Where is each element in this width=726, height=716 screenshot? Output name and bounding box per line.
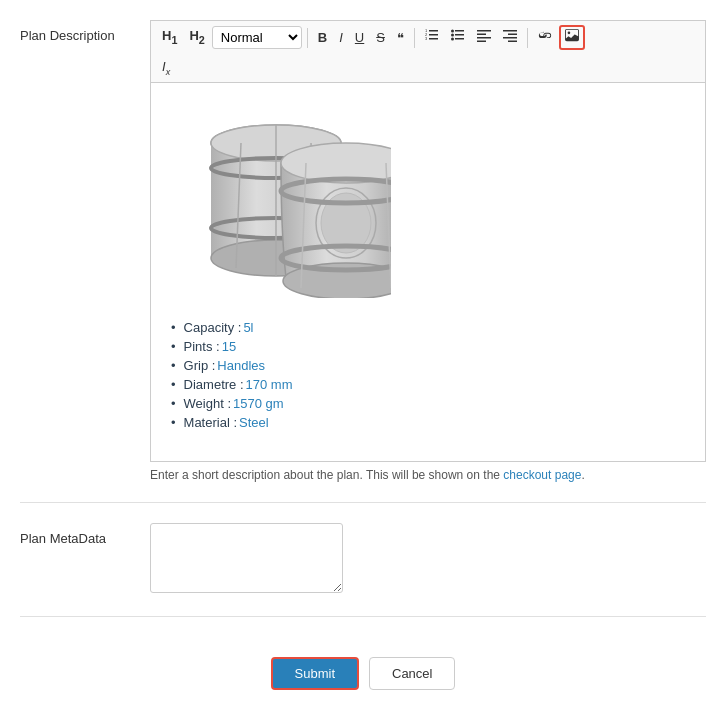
svg-rect-2 — [429, 38, 438, 40]
plan-metadata-label: Plan MetaData — [20, 523, 150, 546]
ordered-list-button[interactable]: 123 — [420, 26, 444, 49]
underline-button[interactable]: U — [350, 27, 369, 49]
toolbar-divider-3 — [527, 28, 528, 48]
svg-rect-16 — [503, 30, 517, 32]
hint-text: Enter a short description about the plan… — [150, 468, 706, 482]
barrel-image — [171, 98, 391, 298]
spec-item-weight: Weight : 1570 gm — [171, 394, 685, 413]
quote-button[interactable]: ❝ — [392, 27, 409, 49]
svg-rect-0 — [429, 30, 438, 32]
format-select[interactable]: Normal Heading 1 Heading 2 Heading 3 — [212, 26, 302, 49]
svg-rect-11 — [455, 38, 464, 40]
bold-button[interactable]: B — [313, 27, 332, 49]
spec-item-capacity: Capacity : 5l — [171, 318, 685, 337]
svg-rect-15 — [477, 41, 486, 43]
editor-toolbar-row2: Ix — [150, 54, 706, 82]
link-button[interactable] — [533, 26, 557, 49]
plan-metadata-section: Plan MetaData — [20, 523, 706, 617]
button-row: Submit Cancel — [20, 647, 706, 690]
cancel-button[interactable]: Cancel — [369, 657, 455, 690]
h1-button[interactable]: H1 — [157, 25, 182, 50]
barrel-image-container — [171, 98, 685, 298]
spec-item-diametre: Diametre : 170 mm — [171, 375, 685, 394]
strikethrough-button[interactable]: S — [371, 27, 390, 49]
italic-button[interactable]: I — [334, 27, 348, 49]
svg-text:3: 3 — [425, 36, 428, 41]
align-left-button[interactable] — [472, 26, 496, 49]
editor-body[interactable]: Capacity : 5l Pints : 15 Grip : Handles … — [150, 82, 706, 462]
svg-rect-12 — [477, 30, 491, 32]
spec-item-pints: Pints : 15 — [171, 337, 685, 356]
align-right-button[interactable] — [498, 26, 522, 49]
plan-description-section: Plan Description H1 H2 Normal Heading 1 … — [20, 20, 706, 503]
svg-rect-14 — [477, 37, 491, 39]
spec-item-grip: Grip : Handles — [171, 356, 685, 375]
plan-metadata-content — [150, 523, 706, 596]
unordered-list-button[interactable] — [446, 26, 470, 49]
plan-description-label: Plan Description — [20, 20, 150, 43]
spec-list: Capacity : 5l Pints : 15 Grip : Handles … — [171, 318, 685, 432]
svg-rect-18 — [503, 37, 517, 39]
toolbar-divider-1 — [307, 28, 308, 48]
clear-format-button[interactable]: Ix — [157, 56, 175, 80]
svg-point-10 — [451, 38, 454, 41]
svg-rect-19 — [508, 41, 517, 43]
metadata-textarea[interactable] — [150, 523, 343, 593]
image-button[interactable] — [559, 25, 585, 50]
svg-point-8 — [451, 34, 454, 37]
plan-description-editor: H1 H2 Normal Heading 1 Heading 2 Heading… — [150, 20, 706, 482]
svg-rect-7 — [455, 30, 464, 32]
editor-toolbar-row1: H1 H2 Normal Heading 1 Heading 2 Heading… — [150, 20, 706, 54]
svg-rect-17 — [508, 34, 517, 36]
svg-rect-9 — [455, 34, 464, 36]
h2-button[interactable]: H2 — [184, 25, 209, 50]
svg-rect-1 — [429, 34, 438, 36]
toolbar-divider-2 — [414, 28, 415, 48]
spec-item-material: Material : Steel — [171, 413, 685, 432]
svg-point-6 — [451, 30, 454, 33]
svg-rect-13 — [477, 34, 486, 36]
submit-button[interactable]: Submit — [271, 657, 359, 690]
